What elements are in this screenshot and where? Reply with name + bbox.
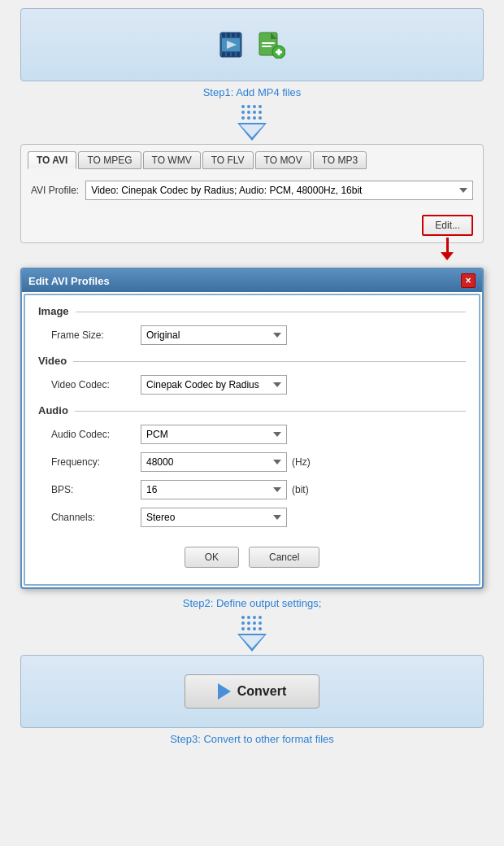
- audio-section-header: Audio: [38, 404, 466, 416]
- frame-size-row: Frame Size: Original: [38, 325, 466, 345]
- tab-to-flv[interactable]: TO FLV: [202, 151, 254, 169]
- down-arrow-svg-1: [237, 123, 267, 141]
- svg-rect-1: [222, 33, 225, 37]
- bps-label: BPS:: [51, 484, 141, 495]
- audio-section: Audio Audio Codec: PCM Frequency: 48000: [38, 404, 466, 527]
- channels-label: Channels:: [51, 512, 141, 523]
- edit-avi-dialog: Edit AVI Profiles × Image Frame Size: Or…: [20, 268, 484, 589]
- svg-marker-21: [240, 635, 264, 648]
- svg-rect-2: [227, 33, 230, 37]
- frame-size-select[interactable]: Original: [141, 325, 287, 345]
- svg-rect-4: [237, 33, 240, 37]
- step1-label: Step1: Add MP4 files: [203, 86, 302, 98]
- dialog-titlebar: Edit AVI Profiles ×: [22, 269, 482, 292]
- svg-rect-8: [237, 52, 240, 57]
- profile-row: AVI Profile: Video: Cinepak Codec by Rad…: [28, 176, 476, 205]
- ok-button[interactable]: OK: [185, 547, 239, 568]
- frame-size-label: Frame Size:: [51, 329, 141, 341]
- add-files-area[interactable]: [20, 8, 484, 81]
- film-icon: [219, 29, 250, 60]
- svg-marker-19: [240, 124, 264, 137]
- audio-section-title: Audio: [38, 404, 75, 416]
- video-codec-select[interactable]: Cinepak Codec by Radius: [141, 375, 287, 395]
- channels-select[interactable]: Stereo: [141, 508, 287, 527]
- bps-select[interactable]: 16: [141, 480, 287, 499]
- video-codec-row: Video Codec: Cinepak Codec by Radius: [38, 375, 466, 395]
- convert-area: Convert: [20, 655, 484, 728]
- tab-to-mov[interactable]: TO MOV: [255, 151, 311, 169]
- convert-button[interactable]: Convert: [185, 674, 319, 709]
- step2-label: Step2: Define output settings;: [183, 597, 322, 609]
- play-icon: [218, 683, 231, 700]
- image-section-title: Image: [38, 305, 76, 317]
- svg-rect-5: [222, 52, 225, 57]
- dialog-title: Edit AVI Profiles: [28, 275, 110, 287]
- dialog-overlay: Edit AVI Profiles × Image Frame Size: Or…: [20, 268, 484, 589]
- frequency-select[interactable]: 48000: [141, 452, 287, 472]
- bps-row: BPS: 16 (bit): [38, 480, 466, 499]
- svg-rect-17: [278, 49, 280, 55]
- dialog-content: Image Frame Size: Original Video: [24, 294, 480, 586]
- convert-label: Convert: [237, 684, 286, 699]
- arrow-down-2: [237, 616, 267, 652]
- frequency-row: Frequency: 48000 (Hz): [38, 452, 466, 472]
- channels-row: Channels: Stereo: [38, 508, 466, 527]
- add-file-icon: [258, 31, 285, 59]
- audio-codec-select[interactable]: PCM: [141, 425, 287, 444]
- frequency-unit: (Hz): [292, 456, 311, 468]
- step3-label: Step3: Convert to other format files: [170, 733, 334, 745]
- cancel-button[interactable]: Cancel: [249, 547, 319, 568]
- profile-label: AVI Profile:: [31, 185, 79, 196]
- svg-rect-13: [262, 42, 275, 44]
- frequency-label: Frequency:: [51, 456, 141, 468]
- video-codec-label: Video Codec:: [51, 379, 141, 390]
- svg-rect-3: [232, 33, 235, 37]
- down-arrow-svg-2: [237, 634, 267, 652]
- video-section-header: Video: [38, 355, 466, 367]
- video-section: Video Video Codec: Cinepak Codec by Radi…: [38, 355, 466, 395]
- svg-rect-14: [262, 46, 272, 47]
- profile-select[interactable]: Video: Cinepak Codec by Radius; Audio: P…: [85, 181, 473, 200]
- tabs-row: TO AVI TO MPEG TO WMV TO FLV TO MOV TO M…: [28, 151, 476, 169]
- dialog-buttons: OK Cancel: [38, 537, 466, 574]
- main-container: Step1: Add MP4 files TO AVI TO MPEG TO W…: [0, 0, 504, 757]
- image-section-header: Image: [38, 305, 466, 317]
- svg-rect-7: [232, 52, 235, 57]
- edit-button-row: Edit...: [28, 212, 476, 242]
- dialog-close-button[interactable]: ×: [461, 273, 476, 288]
- tab-to-mpeg[interactable]: TO MPEG: [78, 151, 141, 169]
- video-section-title: Video: [38, 355, 73, 367]
- tabs-container: TO AVI TO MPEG TO WMV TO FLV TO MOV TO M…: [20, 144, 484, 243]
- arrow-down-1: [237, 105, 267, 141]
- audio-codec-row: Audio Codec: PCM: [38, 425, 466, 444]
- tab-to-mp3[interactable]: TO MP3: [313, 151, 367, 169]
- audio-codec-label: Audio Codec:: [51, 429, 141, 440]
- image-section: Image Frame Size: Original: [38, 305, 466, 345]
- bps-unit: (bit): [292, 484, 309, 495]
- tab-to-avi[interactable]: TO AVI: [28, 151, 76, 169]
- edit-button[interactable]: Edit...: [422, 215, 473, 236]
- tab-to-wmv[interactable]: TO WMV: [143, 151, 201, 169]
- red-arrow: [441, 238, 454, 260]
- svg-rect-6: [227, 52, 230, 57]
